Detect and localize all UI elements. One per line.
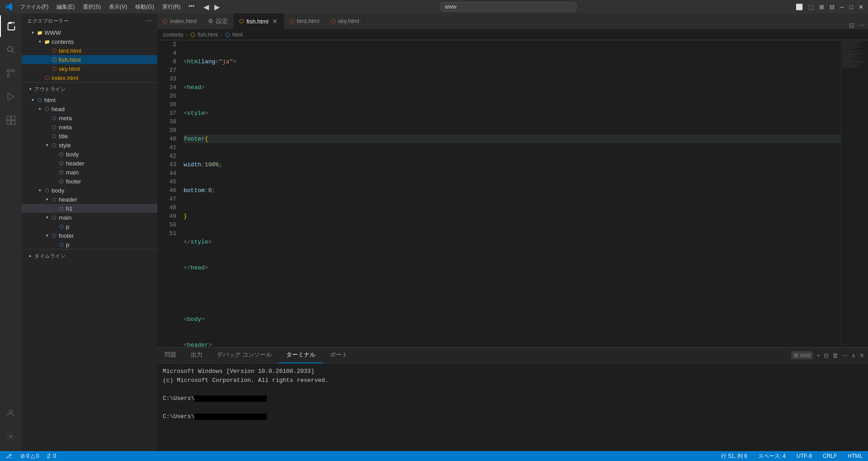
terminal-line-3 [163,385,863,394]
activity-extensions[interactable] [0,109,22,131]
layout-icon[interactable]: ⬜ [796,4,803,10]
delete-terminal-icon[interactable]: 🗑 [832,352,838,359]
more-actions-icon[interactable]: ⋯ [858,22,864,29]
outline-html[interactable]: ▾ ⬡ html [22,95,157,104]
minimize-button[interactable]: ─ [840,4,844,10]
menu-goto[interactable]: 移動(G) [132,2,157,12]
search-input[interactable] [441,2,576,11]
menu-view[interactable]: 表示(V) [105,2,131,12]
new-file-icon[interactable]: ⋯ [146,17,152,24]
maximize-terminal-icon[interactable]: ∧ [851,352,856,359]
tab-output[interactable]: 出力 [184,348,210,363]
breadcrumb-html[interactable]: html [232,32,243,38]
split-editor-icon[interactable]: ⊟ [849,22,854,29]
activity-accounts[interactable] [0,402,22,424]
file-sky-html[interactable]: ▸ ⬡ sky.html [22,64,157,73]
menu-file[interactable]: ファイル(F) [16,2,52,12]
menu-edit[interactable]: 編集(E) [53,2,78,12]
tab-index-html[interactable]: ⬡ index.html [157,14,203,29]
sync-icon: ⮃ [46,453,52,459]
outline-main-p[interactable]: ▸ ⬡ p [22,222,157,231]
outline-header[interactable]: ▾ アウトライン [22,83,157,95]
file-bird-html[interactable]: ▸ ⬡ bird.html [22,46,157,55]
tab-settings[interactable]: ⚙ 設定 [203,14,234,29]
status-sync[interactable]: ⮃ 0 [44,453,58,459]
outline-meta-2[interactable]: ▸ ⬡ meta [22,122,157,132]
body-icon: ⬡ [58,160,65,167]
breadcrumb-icon: ⬡ [190,32,195,38]
close-terminal-icon[interactable]: ✕ [859,352,864,359]
layout-icon-4[interactable]: ⊟ [830,4,835,10]
add-terminal-icon[interactable]: + [816,352,820,359]
nav-back-button[interactable]: ◀ [202,3,211,11]
chevron-down-icon: ▾ [43,232,51,239]
outline-style-label: style [59,142,71,149]
activity-explorer[interactable] [0,15,22,37]
menu-run[interactable]: 実行(R) [159,2,184,12]
more-terminal-icon[interactable]: ⋯ [842,352,848,359]
status-line-ending[interactable]: CRLF [821,453,839,459]
outline-h1[interactable]: ▸ ⬡ h1 [22,204,157,213]
chevron-down-icon: ▾ [27,85,34,93]
folder-www[interactable]: ▾ 📁 WWW [22,28,157,37]
outline-meta-1[interactable]: ▸ ⬡ meta [22,113,157,122]
tag-icon: ⬡ [51,123,58,131]
outline-header-label: header [59,196,77,203]
layout-icon-3[interactable]: ⊞ [819,4,824,10]
spaces-label: スペース: 4 [758,452,786,460]
tab-problems-label: 問題 [165,351,176,359]
status-encoding[interactable]: UTF-8 [795,453,814,459]
menu-select[interactable]: 選択(S) [79,2,104,12]
activity-bar-bottom [0,402,22,451]
layout-icon-2[interactable]: ⬚ [808,4,814,10]
activity-search[interactable] [0,39,22,61]
file-index-html[interactable]: ▸ ⬡ index.html [22,73,157,82]
outline-header[interactable]: ▾ ⬡ header [22,195,157,204]
html-icon: ⬡ [51,65,58,72]
tab-sky-html[interactable]: ⬡ sky.html [326,14,365,29]
breadcrumb-fish[interactable]: fish.html [198,32,218,38]
tab-debug-console[interactable]: デバッグ コンソール [210,348,279,363]
outline-style-body[interactable]: ▸ ⬡ body [22,150,157,159]
tab-fish-html[interactable]: ⬡ fish.html ✕ [234,14,284,29]
tab-problems[interactable]: 問題 [157,348,184,363]
outline-title[interactable]: ▸ ⬡ title [22,132,157,141]
terminal-tabs: 問題 出力 デバッグ コンソール ターミナル ポート ⊞ cmd [157,348,868,363]
activity-run-debug[interactable] [0,86,22,108]
tab-ports[interactable]: ポート [323,348,355,363]
outline-main[interactable]: ▾ ⬡ main [22,213,157,222]
outline-head[interactable]: ▾ ⬡ head [22,104,157,113]
folder-contents[interactable]: ▾ 📁 contents [22,37,157,46]
tab-terminal[interactable]: ターミナル [279,348,323,363]
status-errors[interactable]: ⊘ 0 △ 0 [19,453,41,459]
nav-forward-button[interactable]: ▶ [212,3,222,11]
status-spaces[interactable]: スペース: 4 [756,452,788,460]
breadcrumb-contents[interactable]: contents [163,32,183,38]
outline-footer-p[interactable]: ▸ ⬡ p [22,240,157,249]
outline-style-footer[interactable]: ▸ ⬡ footer [22,177,157,186]
activity-settings[interactable] [0,426,22,447]
status-language[interactable]: HTML [846,453,864,459]
breadcrumb: contents › ⬡ fish.html › ⬡ html [157,29,868,40]
outline-style-main[interactable]: ▸ ⬡ main [22,168,157,177]
outline-style-header[interactable]: ▸ ⬡ header [22,159,157,168]
outline-footer[interactable]: ▾ ⬡ footer [22,231,157,240]
status-line-col[interactable]: 行 51, 列 8 [719,452,749,460]
close-button[interactable]: ✕ [859,4,863,10]
terminal-content[interactable]: Microsoft Windows [Version 10.0.26100.20… [157,363,868,451]
split-terminal-icon[interactable]: ⊟ [824,352,829,359]
editor-content: 2 4 8 27 33 34 35 36 37 38 39 40 41 42 4… [157,40,868,347]
line-numbers: 2 4 8 27 33 34 35 36 37 38 39 40 41 42 4… [157,40,180,347]
outline-body[interactable]: ▾ ⬡ body [22,186,157,195]
code-editor[interactable]: <html lang="ja"> <head> <style> footer {… [180,40,841,347]
tag-icon: ⬡ [51,214,58,221]
tab-close-button[interactable]: ✕ [271,18,278,25]
menu-more[interactable]: ••• [185,2,198,12]
maximize-button[interactable]: □ [849,4,853,10]
timeline-header[interactable]: ▸ タイムライン [22,249,157,262]
outline-style[interactable]: ▾ ⬡ style [22,141,157,150]
activity-source-control[interactable] [0,62,22,84]
status-branch[interactable]: ⎇ [4,453,15,459]
tab-bird-html[interactable]: ⬡ bird.html [284,14,326,29]
file-fish-html[interactable]: ▸ ⬡ fish.html [22,55,157,64]
